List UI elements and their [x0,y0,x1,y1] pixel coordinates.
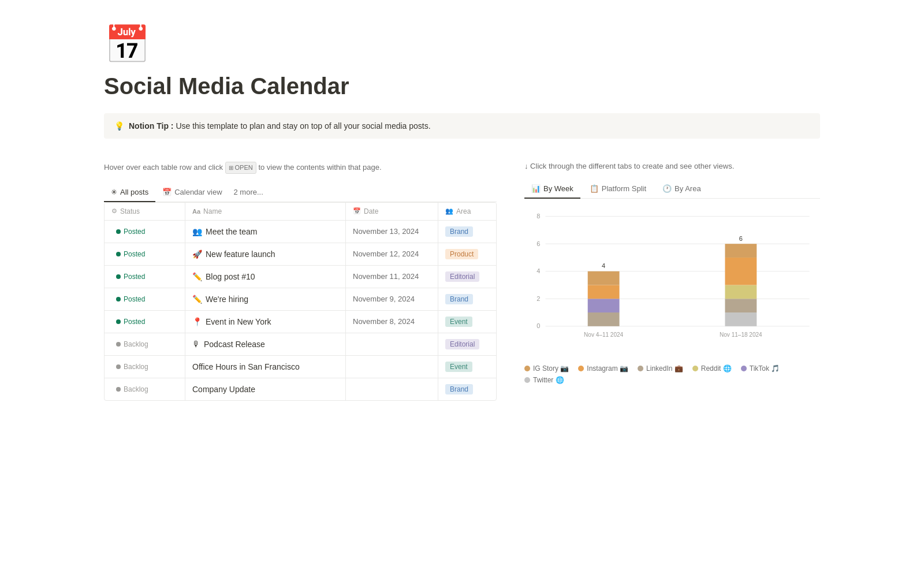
row-name: New feature launch [206,250,275,259]
row-name: Event in New York [206,317,271,326]
calendar-icon: 📅 [162,188,172,196]
legend-dot [578,366,584,371]
legend-item: TikTok 🎵 [741,364,780,373]
area-icon: 🕐 [662,184,672,193]
table-instruction: Hover over each table row and click ⊞ OP… [104,162,497,174]
status-dot [116,252,121,256]
row-icon: ✏️ [192,295,202,304]
bar-seg-linkedin-2 [725,299,757,312]
table-row[interactable]: Posted ✏️ Blog post #10 November 11, 202… [105,266,496,288]
legend-label: TikTok 🎵 [750,364,780,373]
status-dot [116,342,121,347]
status-badge: Posted [111,294,150,304]
status-badge: Posted [111,317,150,327]
header-name: Aa Name [185,203,346,220]
bar-seg-twitter-2 [725,312,757,326]
tab-by-week[interactable]: 📊 By Week [524,180,580,199]
bar-chart: 8 6 4 2 0 [524,208,820,356]
svg-text:8: 8 [536,213,540,219]
legend-dot [638,366,643,371]
main-content: Hover over each table row and click ⊞ OP… [104,162,820,401]
cell-name: 🎙 Podcast Release [185,333,346,355]
asterisk-icon: ✳ [111,188,117,196]
status-dot [116,274,121,279]
cell-status: Backlog [105,378,185,400]
page-icon: 📅 [104,23,820,66]
tab-more[interactable]: 2 more... [229,183,268,201]
status-badge: Posted [111,226,150,237]
table-row[interactable]: Posted 🚀 New feature launch November 12,… [105,243,496,266]
notion-tip: 💡 Notion Tip : Use this template to plan… [104,113,820,139]
row-icon: ✏️ [192,272,202,281]
table-row[interactable]: Backlog Office Hours in San Francisco Ev… [105,356,496,378]
tab-by-area[interactable]: 🕐 By Area [655,180,708,199]
legend-label: LinkedIn 💼 [646,364,683,373]
area-tag: Brand [445,384,473,394]
table-row[interactable]: Posted ✏️ We're hiring November 9, 2024 … [105,288,496,311]
legend-label: Reddit 🌐 [701,364,732,373]
chart-legend: IG Story 📷 Instagram 📷 LinkedIn 💼 Reddit… [524,364,820,384]
svg-text:6: 6 [739,235,743,242]
tip-icon: 💡 [114,121,124,131]
bar-chart-icon: 📊 [531,184,541,193]
cell-area: Product [438,243,496,265]
row-name: Blog post #10 [206,272,255,281]
svg-text:0: 0 [536,322,540,329]
platform-icon: 📋 [590,184,599,193]
posts-table: ⚙ Status Aa Name 📅 Date 👥 Area [104,202,497,401]
bar-seg-linkedin-1 [588,312,620,326]
legend-item: IG Story 📷 [524,364,569,373]
legend-item: Reddit 🌐 [692,364,732,373]
cell-date [346,356,438,378]
chart-container: 8 6 4 2 0 [524,199,820,389]
bar-seg-reddit-2 [725,285,757,299]
tip-content: Notion Tip : Use this template to plan a… [129,121,431,131]
table-row[interactable]: Backlog Company Update Brand [105,378,496,400]
cell-status: Backlog [105,333,185,355]
row-icon: 🚀 [192,250,202,259]
right-panel: ↓ Click through the different tabs to cr… [524,162,820,389]
area-tag: Event [445,362,472,372]
tab-calendar-view[interactable]: 📅 Calendar view [155,183,229,202]
cell-area: Editorial [438,266,496,288]
row-name: Meet the team [206,227,258,236]
left-panel: Hover over each table row and click ⊞ OP… [104,162,497,401]
tab-platform-split[interactable]: 📋 Platform Split [583,180,653,199]
chart-instruction: ↓ Click through the different tabs to cr… [524,162,820,170]
legend-label: Instagram 📷 [587,364,628,373]
table-row[interactable]: Posted 📍 Event in New York November 8, 2… [105,311,496,333]
open-badge: ⊞ OPEN [225,162,256,174]
cell-date: November 9, 2024 [346,288,438,310]
bar-seg-igstory-2 [725,244,757,258]
table-body: Posted 👥 Meet the team November 13, 2024… [105,221,496,400]
row-name: Podcast Release [204,340,265,349]
tab-all-posts[interactable]: ✳ All posts [104,183,155,202]
row-name: Company Update [192,385,255,394]
status-badge: Backlog [111,362,153,372]
bar-seg-instagram-1 [588,285,620,299]
area-tag: Product [445,249,478,259]
status-badge: Backlog [111,339,153,349]
row-name: Office Hours in San Francisco [192,362,300,371]
cell-status: Backlog [105,356,185,378]
table-row[interactable]: Posted 👥 Meet the team November 13, 2024… [105,221,496,243]
svg-text:4: 4 [536,267,540,274]
status-badge: Posted [111,271,150,282]
cell-date: November 11, 2024 [346,266,438,288]
cell-date [346,333,438,355]
cell-status: Posted [105,266,185,288]
status-dot [116,364,121,369]
bar-seg-tiktok-1 [588,299,620,312]
row-icon: 🎙 [192,340,200,349]
cell-name: 📍 Event in New York [185,311,346,333]
legend-label: Twitter 🌐 [533,376,564,384]
cell-status: Posted [105,243,185,265]
cell-name: 👥 Meet the team [185,221,346,243]
status-dot [116,229,121,234]
cell-name: ✏️ Blog post #10 [185,266,346,288]
date-header-icon: 📅 [353,207,361,215]
status-header-icon: ⚙ [111,207,117,215]
table-row[interactable]: Backlog 🎙 Podcast Release Editorial [105,333,496,356]
chart-tabs: 📊 By Week 📋 Platform Split 🕐 By Area [524,180,820,199]
legend-dot [692,366,698,371]
